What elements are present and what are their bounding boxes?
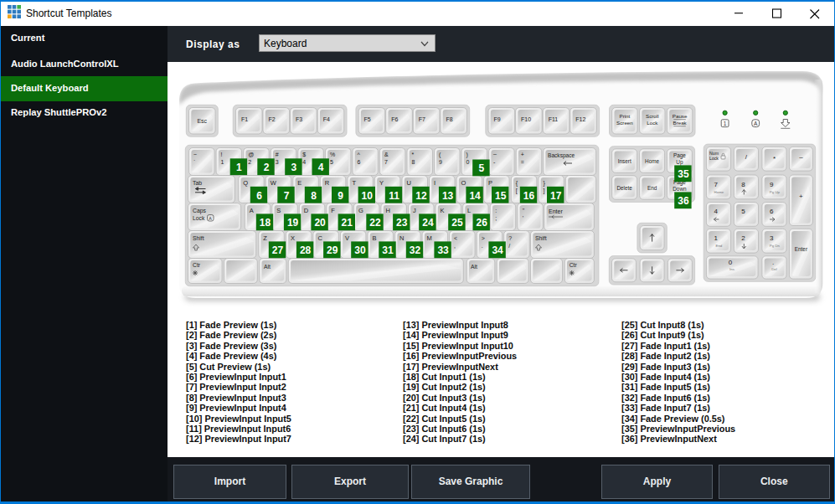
svg-text:): ) — [466, 152, 468, 158]
svg-text:7: 7 — [284, 190, 290, 202]
svg-text:28: 28 — [300, 244, 312, 256]
svg-text:0: 0 — [466, 159, 470, 165]
svg-text:U: U — [407, 179, 411, 187]
svg-text:Pg Dn: Pg Dn — [770, 244, 781, 248]
svg-text:K: K — [441, 207, 445, 214]
svg-text:Z: Z — [263, 234, 267, 242]
svg-text:6: 6 — [357, 159, 360, 165]
svg-text:Enter: Enter — [795, 246, 808, 252]
svg-text:>: > — [482, 235, 485, 241]
svg-text:Shift: Shift — [535, 235, 547, 241]
svg-text:2: 2 — [741, 234, 745, 242]
svg-text:9: 9 — [770, 181, 774, 188]
svg-text:11: 11 — [389, 190, 399, 202]
svg-text:L: L — [467, 207, 471, 214]
svg-text:3: 3 — [770, 234, 774, 242]
svg-text:3: 3 — [276, 159, 279, 165]
svg-text:V: V — [345, 234, 349, 242]
svg-text:34: 34 — [492, 244, 503, 256]
svg-text:31: 31 — [382, 244, 394, 256]
svg-text:F2: F2 — [269, 116, 276, 122]
svg-text:Home: Home — [714, 190, 724, 194]
svg-text:W: W — [271, 179, 277, 187]
svg-text:+: + — [799, 193, 803, 200]
svg-text:32: 32 — [410, 244, 421, 256]
svg-text:27: 27 — [272, 244, 284, 256]
svg-text:35: 35 — [678, 168, 689, 180]
svg-text:Enter: Enter — [549, 208, 563, 214]
svg-text:26: 26 — [477, 217, 488, 229]
svg-text:;: ; — [495, 215, 497, 221]
svg-text:Q: Q — [243, 179, 248, 187]
svg-text:F4: F4 — [323, 116, 330, 122]
svg-text:18: 18 — [260, 217, 271, 229]
svg-text:9: 9 — [338, 190, 343, 202]
svg-text:8: 8 — [311, 190, 317, 202]
svg-text:Lock: Lock — [193, 215, 205, 221]
svg-text:2: 2 — [248, 159, 251, 165]
svg-text:Esc: Esc — [197, 118, 207, 124]
svg-text:%: % — [330, 152, 335, 157]
svg-text:+: + — [521, 152, 524, 157]
svg-text:Delete: Delete — [616, 185, 632, 191]
svg-text:Alt: Alt — [471, 264, 477, 270]
svg-text:25: 25 — [451, 217, 463, 229]
svg-text:M: M — [427, 234, 432, 242]
svg-text:Page: Page — [673, 152, 686, 159]
svg-text:R: R — [325, 179, 330, 187]
svg-text:S: S — [276, 207, 281, 214]
svg-text:Tab: Tab — [193, 180, 202, 186]
svg-text:Shift: Shift — [193, 235, 204, 241]
svg-text:]: ] — [543, 188, 544, 194]
svg-text:End: End — [647, 185, 657, 191]
svg-text:Break: Break — [673, 120, 688, 126]
svg-text:1: 1 — [724, 121, 727, 126]
svg-text:15: 15 — [495, 190, 507, 202]
svg-text:*: * — [773, 155, 776, 162]
svg-text:–: – — [799, 153, 803, 161]
svg-text:Backspace: Backspace — [548, 152, 575, 159]
svg-text:': ' — [523, 215, 523, 221]
svg-text:36: 36 — [678, 195, 689, 207]
svg-text:F5: F5 — [364, 116, 371, 122]
svg-text:F: F — [331, 207, 335, 214]
svg-text:20: 20 — [314, 217, 326, 229]
svg-text:Lock: Lock — [709, 156, 719, 161]
svg-text:Del: Del — [771, 267, 777, 271]
svg-text:#: # — [276, 152, 279, 157]
svg-text:29: 29 — [327, 244, 338, 256]
svg-text:2: 2 — [264, 162, 270, 173]
svg-text:~: ~ — [193, 152, 197, 157]
svg-text:Alt: Alt — [264, 264, 271, 270]
svg-text:8: 8 — [741, 181, 745, 188]
svg-text:23: 23 — [396, 217, 408, 229]
svg-text:Down: Down — [673, 186, 687, 192]
svg-text:F12: F12 — [575, 116, 585, 122]
svg-text:9: 9 — [439, 159, 442, 165]
svg-text:/: / — [508, 243, 510, 249]
svg-text:.: . — [772, 259, 774, 266]
svg-text:A: A — [250, 207, 254, 214]
svg-text:C: C — [317, 234, 322, 242]
svg-text:10: 10 — [362, 190, 374, 202]
svg-text:Home: Home — [645, 158, 659, 164]
svg-text:$: $ — [302, 152, 306, 157]
svg-text:33: 33 — [437, 244, 449, 256]
svg-text:30: 30 — [354, 244, 366, 256]
svg-text:Pause: Pause — [673, 113, 688, 119]
svg-text:5: 5 — [479, 162, 485, 174]
svg-text:4: 4 — [318, 162, 324, 173]
svg-text:6: 6 — [256, 190, 262, 202]
svg-text:G: G — [358, 207, 363, 214]
svg-text:E: E — [297, 179, 302, 187]
svg-text:7: 7 — [384, 159, 388, 165]
svg-text:N: N — [399, 234, 404, 242]
svg-text:21: 21 — [342, 217, 353, 229]
svg-text:`: ` — [193, 159, 195, 165]
svg-text:0: 0 — [729, 259, 733, 266]
svg-text:End: End — [715, 244, 722, 248]
svg-text:&: & — [384, 152, 389, 157]
svg-text:Scroll: Scroll — [646, 113, 658, 119]
svg-text:6: 6 — [770, 208, 774, 215]
svg-text:F11: F11 — [549, 116, 559, 122]
